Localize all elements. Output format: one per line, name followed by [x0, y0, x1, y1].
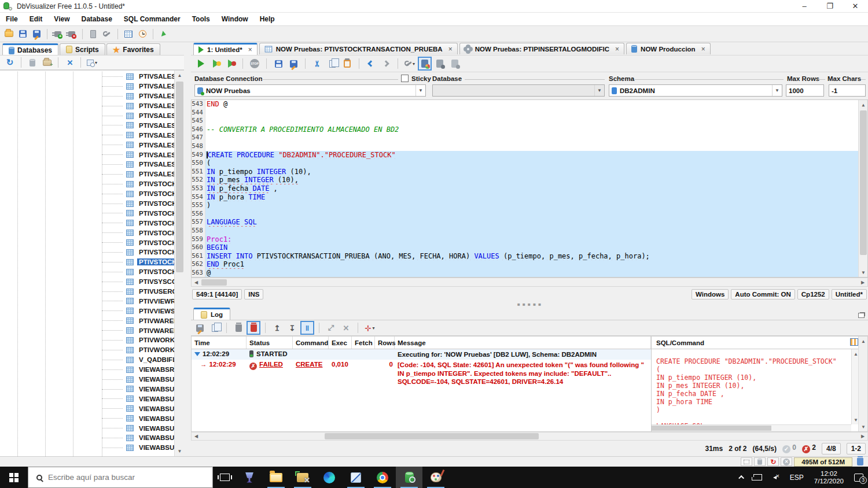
table-settings-icon[interactable]: [850, 338, 858, 346]
execute-explain-button[interactable]: [226, 58, 236, 69]
menu-view[interactable]: View: [48, 15, 75, 23]
menu-help[interactable]: Help: [254, 15, 281, 23]
code-line-559[interactable]: 559Proc1:: [192, 235, 858, 244]
editor-tab[interactable]: 1: Untitled*×: [193, 43, 258, 55]
tree-item-ptivsalespicking[interactable]: PTIVSALESPICKING: [0, 140, 174, 150]
database-select[interactable]: ▼: [432, 84, 605, 97]
scroll-down-icon[interactable]: ▼: [859, 268, 868, 277]
editor-hscrollbar-thumb[interactable]: [201, 279, 227, 286]
language-indicator[interactable]: ESP: [785, 467, 808, 488]
menu-edit[interactable]: Edit: [24, 15, 49, 23]
tab-log[interactable]: Log: [193, 308, 230, 320]
search-input[interactable]: [48, 473, 181, 482]
log-hscrollbar-thumb[interactable]: [325, 433, 539, 439]
tree-scrollbar-thumb[interactable]: [176, 82, 183, 272]
log-row[interactable]: →12:02:29✗FAILEDCREATE0,0100[Code: -104,…: [192, 360, 651, 386]
tree-item-viewabsuixmlattrext[interactable]: VIEWABSUIXMLATTREXT: [0, 385, 174, 394]
network-icon[interactable]: [749, 467, 767, 488]
editor-tab[interactable]: NOW Pruebas: PTIVSTOCKTRANSACTION_PRUEBA…: [259, 43, 458, 54]
scroll-up-icon[interactable]: ▲: [175, 71, 184, 80]
tree-item-ptivusergenericgroupexp[interactable]: PTIVUSERGENERICGROUPEXP: [0, 287, 174, 297]
horizontal-splitter[interactable]: ■ ■ ■ ■ ■: [191, 301, 868, 307]
code-line-552[interactable]: 552IN p_mes INTEGER (10),: [192, 176, 858, 184]
save-button[interactable]: [17, 29, 28, 39]
tree-item-ptivsalesorder5[interactable]: PTIVSALESORDER5: [0, 91, 174, 101]
column-header-message[interactable]: Message: [395, 337, 651, 349]
tree-item-ptivstocktransaction2[interactable]: PTIVSTOCKTRANSACTION2: [0, 189, 174, 199]
tree-item-ptivsalesorderbean[interactable]: PTIVSALESORDERBEAN: [0, 111, 174, 121]
column-header-command[interactable]: Command: [293, 337, 329, 349]
tree-item-ptivstocktransaction50[interactable]: PTIVSTOCKTRANSACTION50: [0, 228, 174, 238]
tree-item-ptivworkcenterexp[interactable]: PTIVWORKCENTEREXP: [0, 345, 174, 355]
taskbar-app-edge-browser[interactable]: [316, 467, 343, 488]
menu-tools[interactable]: Tools: [186, 15, 216, 23]
tree-item-ptivworkcenterandoperattrib[interactable]: PTIVWORKCENTERANDOPERATTRIB: [0, 335, 174, 345]
code-line-549[interactable]: 549CREATE PROCEDURE "DB2ADMIN"."PROCEDUR…: [192, 151, 858, 160]
connection-select[interactable]: NOW Pruebas ▼: [194, 84, 426, 97]
tree-scrollbar[interactable]: ▲ ▼: [174, 71, 184, 456]
tree-item-viewabsuixmlattrfull[interactable]: VIEWABSUIXMLATTRFULL: [0, 404, 174, 413]
code-line-556[interactable]: 556: [192, 210, 858, 219]
scroll-up-icon[interactable]: ▲: [859, 337, 868, 346]
scroll-right-icon[interactable]: ▶: [858, 432, 867, 440]
start-button[interactable]: [0, 467, 28, 488]
sidebar-tab-favorites[interactable]: ★Favorites: [106, 43, 160, 55]
sidebar-tab-databases[interactable]: Databases: [2, 43, 58, 56]
restore-button[interactable]: ❐: [817, 0, 843, 12]
tree-item-viewabsuixmlbuttonext2[interactable]: VIEWABSUIXMLBUTTONEXT2: [0, 423, 174, 433]
code-line-544[interactable]: 544: [192, 109, 858, 117]
forward-button[interactable]: [381, 58, 391, 69]
scroll-down-icon[interactable]: ▼: [175, 446, 184, 456]
code-line-550[interactable]: 550(: [192, 159, 858, 168]
tree-item-ptivstocktransaction_prueba[interactable]: PTIVSTOCKTRANSACTION_PRUEBA: [0, 257, 174, 267]
sticky-checkbox[interactable]: [401, 75, 409, 82]
volume-muted-icon[interactable]: [767, 467, 785, 488]
tree-item-viewabsuixmlcustom[interactable]: VIEWABSUIXMLCUSTOM: [0, 443, 174, 453]
scroll-left-icon[interactable]: ◀: [192, 278, 201, 287]
monitor-clock-button[interactable]: [137, 29, 148, 39]
save-as-button[interactable]: [31, 29, 42, 39]
editor-tab[interactable]: NOW Pruebas: PTIPINSERTALOGMODIFIC×: [459, 43, 624, 54]
log-horizontal-scrollbar[interactable]: ◀ ▶: [191, 432, 868, 441]
vertical-splitter[interactable]: [184, 42, 191, 456]
taskbar-app-chrome-browser[interactable]: [369, 467, 396, 488]
refresh-status-icon[interactable]: ↻: [767, 457, 779, 466]
scroll-left-icon[interactable]: ◀: [192, 432, 201, 440]
taskbar-app-dbvisualizer[interactable]: [396, 467, 422, 488]
paste-button[interactable]: [342, 58, 352, 69]
clear-log-button[interactable]: [233, 323, 244, 333]
back-button[interactable]: [366, 58, 376, 69]
disconnect-button[interactable]: ×: [67, 29, 77, 39]
tree-item-ptivsalesorderlineblocks[interactable]: PTIVSALESORDERLINEBLOCKS: [0, 130, 174, 140]
taskbar-app-file-explorer[interactable]: [263, 467, 289, 488]
menu-file[interactable]: File: [0, 15, 24, 23]
scroll-bottom-button[interactable]: ↧: [287, 323, 297, 333]
refresh-button[interactable]: ↻: [5, 57, 15, 68]
minimize-button[interactable]: –: [792, 0, 817, 12]
sidebar-tab-scripts[interactable]: Scripts: [60, 43, 105, 55]
code-line-553[interactable]: 553IN p_fecha DATE ,: [192, 184, 858, 193]
close-tab-icon[interactable]: ×: [248, 46, 252, 54]
collapse-all-button[interactable]: ✕: [64, 57, 75, 68]
tree-item-viewabsuixmlbuttonfull[interactable]: VIEWABSUIXMLBUTTONFULL: [0, 433, 174, 443]
tree-item-viewabsresourcebundle[interactable]: VIEWABSRESOURCEBUNDLE: [0, 365, 174, 375]
scroll-top-button[interactable]: ↥: [272, 323, 282, 333]
tray-chevron-up-icon[interactable]: [735, 467, 749, 488]
column-header-status[interactable]: Status: [247, 337, 293, 349]
max-chars-input[interactable]: -1: [829, 84, 866, 97]
commit-mode-button[interactable]: [420, 58, 430, 69]
editor-scrollbar-thumb[interactable]: [860, 110, 867, 255]
tree-item-ptivsyscolumns[interactable]: PTIVSYSCOLUMNS: [0, 277, 174, 287]
close-tab-icon[interactable]: ×: [615, 45, 619, 53]
tree-item-ptivviews[interactable]: PTIVVIEWS: [0, 306, 174, 316]
code-line-557[interactable]: 557LANGUAGE SQL: [192, 218, 858, 227]
scroll-down-icon[interactable]: ▼: [859, 422, 868, 431]
taskbar-app-glass-app[interactable]: [236, 467, 263, 488]
connect-button[interactable]: +: [53, 29, 63, 39]
code-line-551[interactable]: 551IN p_tiempo INTEGER (10),: [192, 168, 858, 176]
garbage-collect-icon[interactable]: [854, 457, 866, 466]
rollback-button[interactable]: [450, 58, 460, 69]
tree-item-ptivsalespicking2[interactable]: PTIVSALESPICKING2: [0, 150, 174, 160]
tail-lock-button[interactable]: ‖: [302, 323, 312, 333]
memory-indicator[interactable]: 495M of 512M: [794, 457, 852, 467]
